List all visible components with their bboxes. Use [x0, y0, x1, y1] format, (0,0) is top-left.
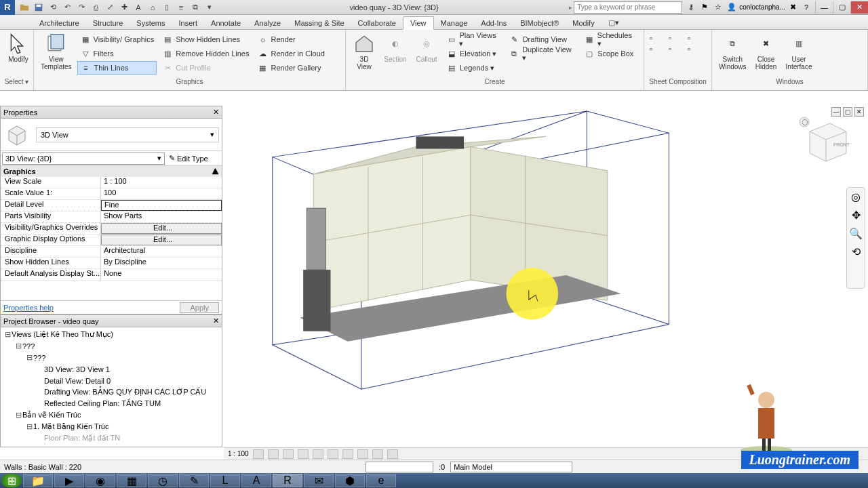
app-icon[interactable]: ⬢ — [335, 474, 365, 487]
tree-item[interactable]: 3D View: 3D View 1 — [44, 365, 110, 373]
media-icon[interactable]: ▶ — [54, 474, 84, 487]
sub-icon[interactable]: ⚷ — [685, 2, 697, 13]
render-cloud-button[interactable]: ☁Render in Cloud — [254, 47, 328, 60]
property-row[interactable]: Graphic Display OptionsEdit... — [1, 235, 222, 246]
explorer-icon[interactable]: 📁 — [23, 474, 53, 487]
minimize-button[interactable]: — — [815, 1, 833, 14]
autocad-icon[interactable]: A — [241, 474, 271, 487]
ie-icon[interactable]: e — [366, 474, 396, 487]
tree-item[interactable]: Drafting View: BẢNG QUY ĐỊNH CÁC LỚP CẤU — [44, 388, 206, 396]
tab-systems[interactable]: Systems — [130, 17, 172, 29]
node-floor[interactable]: 1. Mặt Bằng Kiến Trúc — [33, 422, 108, 431]
browser-tree[interactable]: ⊟Views (Liệt Kê Theo Thư Mục) ⊟??? ⊟??? … — [1, 327, 222, 445]
plan-views-button[interactable]: ▭Plan Views ▾ — [443, 33, 504, 46]
section-icon[interactable]: ▯ — [160, 1, 174, 14]
render-button[interactable]: ☼Render — [254, 33, 328, 46]
property-row[interactable]: Default Analysis Display St...None — [1, 269, 222, 281]
views-root[interactable]: Views (Liệt Kê Theo Thư Mục) — [12, 330, 113, 339]
modify-button[interactable]: Modify — [3, 31, 34, 64]
type-selector[interactable]: 3D View▾ — [36, 127, 219, 142]
fav-icon[interactable]: ☆ — [712, 2, 724, 13]
scale-label[interactable]: 1 : 100 — [228, 450, 249, 458]
sync-icon[interactable]: ⟲ — [46, 1, 60, 14]
properties-close-icon[interactable]: ✕ — [213, 108, 219, 117]
undo-icon[interactable]: ↶ — [60, 1, 74, 14]
guide-icon[interactable]: ▫ — [669, 34, 685, 42]
node-q1[interactable]: ??? — [22, 342, 35, 350]
show-hidden-lines-button[interactable]: ▤Show Hidden Lines — [159, 33, 252, 46]
view-cube[interactable]: FRONT — [796, 111, 857, 172]
tree-item[interactable]: Reflected Ceiling Plan: TẦNG TUM — [44, 399, 161, 408]
property-row[interactable]: Parts VisibilityShow Parts — [1, 211, 222, 223]
app-icon[interactable]: ▦ — [117, 474, 146, 487]
design-option-combo[interactable]: Main Model — [450, 462, 572, 472]
signin-label[interactable]: conloctanpha... — [739, 2, 785, 13]
remove-hidden-lines-button[interactable]: ▥Remove Hidden Lines — [159, 47, 252, 60]
lock-icon[interactable] — [357, 449, 368, 459]
tab-extra-icon[interactable]: ▢▾ — [601, 16, 626, 29]
tab-structure[interactable]: Structure — [86, 17, 130, 29]
edit-type-button[interactable]: ✎Edit Type — [166, 154, 211, 163]
reveal-icon[interactable] — [387, 449, 398, 459]
3d-icon[interactable]: ⌂ — [146, 1, 159, 14]
revit-taskbar-icon[interactable]: R — [273, 474, 302, 487]
align-icon[interactable]: ✚ — [117, 1, 131, 14]
elevation-button[interactable]: ⬓Elevation ▾ — [443, 47, 504, 60]
tree-item[interactable]: Floor Plan: Mặt đất TN — [44, 434, 120, 443]
scope-box-button[interactable]: ▢Scope Box — [581, 47, 639, 60]
help-icon[interactable]: ? — [800, 2, 812, 13]
maximize-button[interactable]: ▢ — [833, 1, 850, 14]
3d-view-button[interactable]: 3D View — [349, 31, 380, 72]
thin-icon[interactable]: ≡ — [174, 1, 188, 14]
search-input[interactable] — [574, 1, 682, 14]
thin-lines-button[interactable]: ≡Thin Lines — [77, 61, 157, 75]
app-icon[interactable]: ✎ — [179, 474, 209, 487]
user-interface-button[interactable]: ▥User Interface — [782, 31, 816, 72]
property-row[interactable]: Visibility/Graphics OverridesEdit... — [1, 223, 222, 235]
browser-close-icon[interactable]: ✕ — [213, 317, 219, 325]
visibility-graphics-button[interactable]: ▦Visibility/ Graphics — [77, 33, 157, 46]
schedules-button[interactable]: ▦Schedules ▾ — [581, 33, 639, 46]
tree-item[interactable]: Detail View: Detail 0 — [44, 377, 111, 385]
title-icon[interactable]: ▫ — [669, 45, 685, 53]
switch-windows-button[interactable]: ⧉Switch Windows — [715, 31, 751, 72]
save-icon[interactable] — [32, 1, 45, 14]
signin-icon[interactable]: 👤 — [726, 2, 738, 13]
property-row[interactable]: Show Hidden LinesBy Discipline — [1, 258, 222, 269]
filters-button[interactable]: ▽Filters — [77, 47, 157, 60]
rev-icon[interactable]: ▫ — [688, 45, 704, 53]
close-hidden-button[interactable]: ✖Close Hidden — [751, 31, 782, 72]
tab-insert[interactable]: Insert — [172, 17, 205, 29]
property-row[interactable]: View Scale1 : 100 — [1, 177, 222, 188]
tab-annotate[interactable]: Annotate — [204, 17, 248, 29]
property-row[interactable]: Detail LevelFine — [1, 200, 222, 211]
crop-icon[interactable] — [328, 449, 338, 459]
app-icon[interactable]: ✉ — [304, 474, 334, 487]
open-icon[interactable] — [18, 1, 31, 14]
tab-manage[interactable]: Manage — [434, 17, 475, 29]
app-icon[interactable]: ◷ — [148, 474, 178, 487]
tab-addins[interactable]: Add-Ins — [474, 17, 513, 29]
properties-help-link[interactable]: Properties help — [3, 304, 54, 312]
tab-view[interactable]: View — [403, 16, 434, 30]
property-row[interactable]: DisciplineArchitectural — [1, 246, 222, 258]
crop-show-icon[interactable] — [342, 449, 353, 459]
steering-wheel-icon[interactable]: ◎ — [851, 190, 861, 203]
property-row[interactable]: Scale Value 1:100 — [1, 188, 222, 200]
comm-icon[interactable]: ⚑ — [698, 2, 711, 13]
render-icon[interactable] — [313, 449, 323, 459]
render-gallery-button[interactable]: ▦Render Gallery — [254, 61, 328, 75]
app-logo[interactable]: R — [0, 0, 15, 15]
drafting-view-button[interactable]: ✎Drafting View — [507, 33, 578, 46]
exchange-icon[interactable]: ✖ — [787, 2, 799, 13]
tab-modify[interactable]: Modify — [566, 17, 601, 29]
node-q2[interactable]: ??? — [33, 354, 45, 362]
apply-button[interactable]: Apply — [180, 302, 219, 313]
tab-collaborate[interactable]: Collaborate — [351, 17, 403, 29]
zoom-icon[interactable]: 🔍 — [849, 227, 863, 240]
sheet-icon[interactable]: ▫ — [650, 34, 666, 42]
pan-icon[interactable]: ✥ — [852, 209, 861, 222]
orbit-icon[interactable]: ⟲ — [852, 245, 861, 258]
print-icon[interactable]: ⎙ — [89, 1, 102, 14]
tab-analyze[interactable]: Analyze — [248, 17, 288, 29]
